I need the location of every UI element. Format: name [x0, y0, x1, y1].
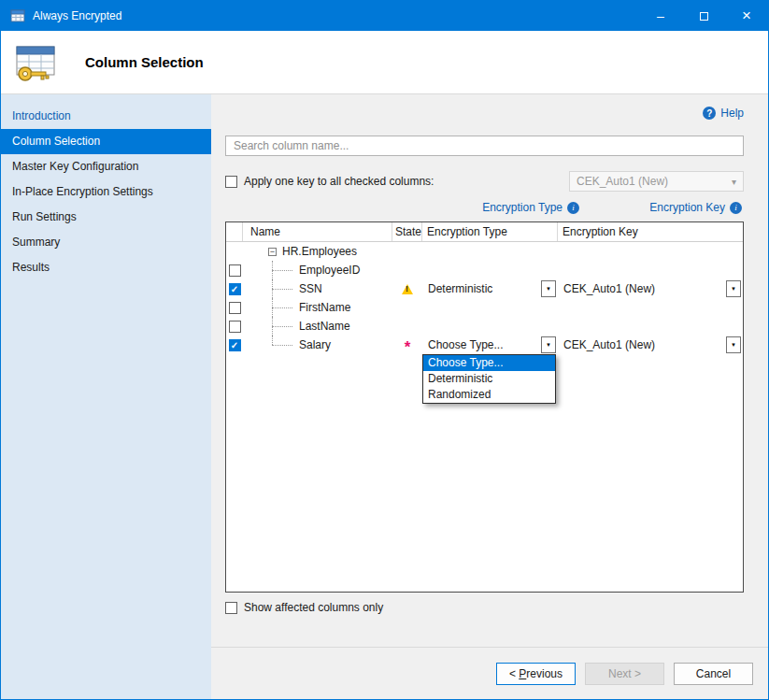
required-icon: *	[405, 343, 411, 352]
close-icon: ×	[742, 7, 751, 25]
header-checkbox-column	[226, 222, 243, 241]
firstname-checkbox[interactable]	[229, 302, 241, 314]
wizard-steps-sidebar: Introduction Column Selection Master Key…	[1, 94, 211, 699]
column-name-label: SSN	[299, 282, 322, 295]
encryption-key-link[interactable]: Encryption Key i	[649, 201, 742, 214]
column-selection-panel: ? Help Apply one key to all checked colu…	[211, 94, 768, 647]
salary-encryption-type-value: Choose Type...	[428, 338, 504, 351]
salary-checkbox[interactable]: ✓	[229, 339, 241, 351]
ssn-encryption-type-cell[interactable]: Deterministic ▼	[422, 279, 558, 298]
dropdown-option-deterministic[interactable]: Deterministic	[423, 371, 555, 387]
wizard-footer: < Previous Next > Cancel	[211, 647, 768, 699]
encryption-key-info-icon: i	[730, 202, 742, 214]
close-button[interactable]: ×	[725, 1, 768, 31]
salary-encryption-key-value: CEK_Auto1 (New)	[563, 338, 655, 351]
columns-grid-header: Name State Encryption Type Encryption Ke…	[226, 222, 743, 242]
ssn-checkbox[interactable]: ✓	[229, 283, 241, 295]
column-row-ssn[interactable]: ✓ SSN Deterministic ▼ CEK_Auto1 (New) ▼	[226, 279, 743, 298]
next-button[interactable]: Next >	[585, 663, 664, 685]
search-column-input[interactable]	[225, 136, 744, 156]
encryption-type-link-label: Encryption Type	[482, 201, 563, 214]
ssn-encryption-key-value: CEK_Auto1 (New)	[563, 282, 655, 295]
column-name-label: LastName	[299, 320, 350, 333]
show-affected-columns-checkbox[interactable]	[225, 602, 237, 614]
sidebar-item-column-selection[interactable]: Column Selection	[1, 129, 211, 154]
sidebar-item-in-place-encryption-settings[interactable]: In-Place Encryption Settings	[1, 179, 211, 205]
encryption-type-dropdown-list: Choose Type... Deterministic Randomized	[422, 354, 556, 404]
previous-button[interactable]: < Previous	[496, 663, 576, 685]
sidebar-item-master-key-configuration[interactable]: Master Key Configuration	[1, 154, 211, 179]
app-icon	[10, 8, 25, 23]
column-row-employeeid[interactable]: EmployeeID	[226, 261, 743, 279]
dropdown-arrow-icon: ▼	[546, 286, 551, 292]
dropdown-option-choose-type[interactable]: Choose Type...	[423, 355, 555, 371]
title-bar: Always Encrypted – ×	[1, 1, 768, 31]
column-encryption-icon	[12, 40, 57, 85]
header-state: State	[392, 222, 422, 241]
ssn-encryption-key-cell[interactable]: CEK_Auto1 (New) ▼	[558, 279, 743, 298]
columns-grid: Name State Encryption Type Encryption Ke…	[225, 221, 744, 593]
table-name-label: HR.Employees	[282, 245, 357, 258]
sidebar-item-summary[interactable]: Summary	[1, 230, 211, 255]
ssn-encryption-type-dropdown-button[interactable]: ▼	[541, 280, 556, 297]
salary-encryption-type-cell[interactable]: Choose Type... ▼	[422, 336, 558, 354]
sidebar-item-run-settings[interactable]: Run Settings	[1, 205, 211, 230]
salary-encryption-type-dropdown-button[interactable]: ▼	[541, 336, 556, 353]
dropdown-arrow-icon: ▼	[731, 342, 736, 348]
apply-one-key-label: Apply one key to all checked columns:	[244, 175, 434, 188]
ssn-encryption-key-dropdown-button[interactable]: ▼	[726, 280, 741, 297]
header-encryption-key: Encryption Key	[558, 222, 743, 241]
sidebar-item-results[interactable]: Results	[1, 255, 211, 280]
column-name-label: EmployeeID	[299, 264, 360, 277]
minimize-button[interactable]: –	[639, 1, 682, 31]
encryption-key-link-label: Encryption Key	[649, 201, 725, 214]
maximize-button[interactable]	[682, 1, 725, 31]
page-title: Column Selection	[85, 54, 204, 70]
cek-combo-value: CEK_Auto1 (New)	[577, 175, 668, 188]
check-icon: ✓	[231, 284, 238, 294]
table-row-hr-employees[interactable]: − HR.Employees	[226, 242, 743, 261]
check-icon: ✓	[231, 340, 238, 350]
chevron-down-icon: ▾	[732, 177, 736, 187]
cancel-button[interactable]: Cancel	[674, 663, 753, 685]
lastname-checkbox[interactable]	[229, 321, 241, 333]
help-link[interactable]: ? Help	[703, 107, 744, 120]
apply-one-key-checkbox[interactable]	[225, 176, 237, 188]
dropdown-option-randomized[interactable]: Randomized	[423, 387, 555, 403]
warning-icon	[402, 284, 413, 294]
maximize-icon	[700, 12, 708, 21]
column-name-label: FirstName	[299, 301, 350, 314]
header-name: Name	[243, 222, 392, 241]
column-row-salary[interactable]: ✓ Salary * Choose Type... ▼ CEK_Auto1 (N…	[226, 336, 743, 354]
ssn-encryption-type-value: Deterministic	[428, 282, 492, 295]
column-row-lastname[interactable]: LastName	[226, 317, 743, 336]
header-encryption-type: Encryption Type	[422, 222, 558, 241]
collapse-expander-icon[interactable]: −	[268, 248, 277, 256]
employeeid-checkbox[interactable]	[229, 264, 241, 277]
minimize-icon: –	[657, 8, 664, 23]
sidebar-item-introduction[interactable]: Introduction	[1, 104, 211, 129]
dropdown-arrow-icon: ▼	[546, 342, 551, 348]
help-icon: ?	[703, 107, 716, 120]
salary-encryption-key-cell[interactable]: CEK_Auto1 (New) ▼	[558, 336, 743, 354]
encryption-type-info-icon: i	[567, 202, 579, 214]
column-row-firstname[interactable]: FirstName	[226, 298, 743, 317]
dropdown-arrow-icon: ▼	[731, 286, 736, 292]
always-encrypted-window: Always Encrypted – × Column Selection In…	[0, 0, 769, 700]
show-affected-columns-label: Show affected columns only	[244, 601, 383, 614]
salary-encryption-key-dropdown-button[interactable]: ▼	[726, 336, 741, 353]
window-title: Always Encrypted	[33, 9, 121, 22]
help-label: Help	[720, 107, 744, 120]
encryption-type-link[interactable]: Encryption Type i	[482, 201, 579, 214]
cek-combo-disabled[interactable]: CEK_Auto1 (New) ▾	[569, 171, 744, 192]
wizard-header: Column Selection	[1, 31, 768, 94]
window-controls: – ×	[639, 1, 768, 31]
column-name-label: Salary	[299, 338, 331, 351]
